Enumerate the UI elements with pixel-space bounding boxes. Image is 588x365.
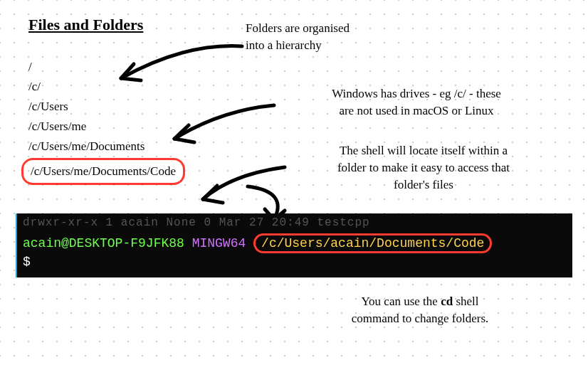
note-drives-line2: are not used in macOS or Linux bbox=[274, 102, 559, 120]
path-c: /c/ bbox=[28, 77, 185, 97]
note-cd-line1: You can use the cd shell bbox=[285, 293, 555, 310]
note-shell-line3: folder's files bbox=[278, 176, 569, 194]
note-hierarchy: Folders are organised into a hierarchy bbox=[246, 20, 350, 54]
path-documents: /c/Users/me/Documents bbox=[28, 137, 185, 157]
note-cd-command: You can use the cd shell command to chan… bbox=[285, 293, 555, 327]
page-title: Files and Folders bbox=[28, 16, 143, 34]
terminal-path: /c/Users/acain/Documents/Code bbox=[261, 236, 484, 250]
note-cd-line2: command to change folders. bbox=[285, 310, 555, 327]
terminal-prompt-line: acain@DESKTOP-F9JFK88 MINGW64 /c/Users/a… bbox=[23, 233, 567, 253]
note-drives-line1: Windows has drives - eg /c/ - these bbox=[274, 85, 559, 102]
terminal-user-host: acain@DESKTOP-F9JFK88 bbox=[23, 236, 184, 250]
folder-hierarchy-list: / /c/ /c/Users /c/Users/me /c/Users/me/D… bbox=[28, 57, 185, 185]
terminal-window: drwxr-xr-x 1 acain None 0 Mar 27 20:49 t… bbox=[16, 213, 572, 277]
note-shell-location: The shell will locate itself within a fo… bbox=[278, 142, 569, 194]
path-code-highlighted: /c/Users/me/Documents/Code bbox=[21, 158, 185, 185]
note-shell-line1: The shell will locate itself within a bbox=[278, 142, 569, 159]
note-drives: Windows has drives - eg /c/ - these are … bbox=[274, 85, 559, 120]
terminal-env: MINGW64 bbox=[192, 236, 246, 250]
note-hierarchy-line2: into a hierarchy bbox=[246, 37, 350, 54]
path-users: /c/Users bbox=[28, 97, 185, 117]
terminal-prompt-symbol: $ bbox=[23, 255, 567, 269]
terminal-ls-output: drwxr-xr-x 1 acain None 0 Mar 27 20:49 t… bbox=[23, 216, 567, 229]
note-shell-line2: folder to make it easy to access that bbox=[278, 159, 569, 176]
terminal-path-highlighted: /c/Users/acain/Documents/Code bbox=[253, 233, 492, 253]
path-root: / bbox=[28, 57, 185, 77]
path-users-me: /c/Users/me bbox=[28, 117, 185, 137]
note-hierarchy-line1: Folders are organised bbox=[246, 20, 350, 37]
